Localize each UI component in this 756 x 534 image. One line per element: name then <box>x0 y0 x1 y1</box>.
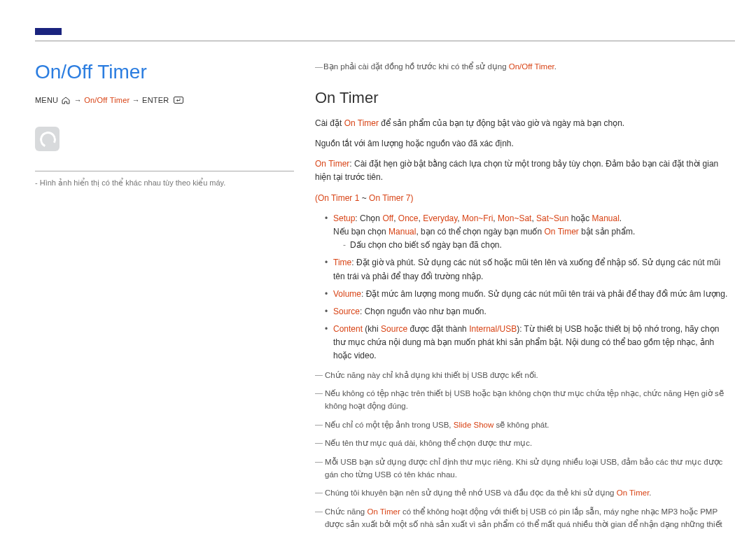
option-time: Time: Đặt giờ và phút. Sử dụng các nút s… <box>325 256 728 283</box>
opt: Internal/USB <box>469 324 517 334</box>
option-volume: Volume: Đặt mức âm lượng mong muốn. Sử d… <box>325 288 728 301</box>
text: : Chọn nguồn vào như bạn muốn. <box>360 307 486 316</box>
opt: Source <box>381 324 407 334</box>
text: : Cài đặt hẹn giờ bật bằng cách lựa chọn… <box>315 159 718 182</box>
text: : Chọn <box>355 213 382 223</box>
note-single-image: Nếu chỉ có một tệp ảnh trong USB, Slide … <box>315 419 728 431</box>
on-timer-range: (On Timer 1 ~ On Timer 7) <box>315 192 728 205</box>
menu-path: MENU → On/Off Timer → ENTER <box>35 96 294 106</box>
opt-label: Content <box>333 324 363 334</box>
opt: Mon~Fri <box>462 213 493 223</box>
clock-prerequisite-note: Bạn phải cài đặt đồng hồ trước khi có th… <box>315 61 728 73</box>
opt-label: Time <box>333 258 351 267</box>
note-multi-usb: Mỗi USB bạn sử dụng được chỉ định thư mụ… <box>315 456 728 482</box>
opt: Manual <box>388 227 416 237</box>
top-divider <box>35 41 735 41</box>
left-column: On/Off Timer MENU → On/Off Timer → ENTER… <box>35 61 294 534</box>
text-red: On Timer <box>315 159 349 169</box>
text: Nếu bạn chọn <box>333 227 388 237</box>
svg-rect-0 <box>174 97 183 104</box>
opt-label: Setup <box>333 213 355 223</box>
note-text: Bạn phải cài đặt đồng hồ trước khi có th… <box>323 62 509 71</box>
note-usb-required: Chức năng này chỉ khả dụng khi thiết bị … <box>315 369 728 381</box>
sub-list: Dấu chọn cho biết số ngày bạn đã chọn. <box>333 239 728 252</box>
note-battery-usb: Chức năng On Timer có thể không hoạt độn… <box>315 505 728 534</box>
text-red: On Timer <box>344 118 379 128</box>
opt: Mon~Sat <box>498 213 531 223</box>
image-disclaimer: - Hình ảnh hiển thị có thể khác nhau tùy… <box>35 178 294 188</box>
text: bật sản phẩm. <box>579 227 635 237</box>
notes-list: Chức năng này chỉ khả dụng khi thiết bị … <box>315 369 728 534</box>
text: Chức năng <box>325 507 367 516</box>
text: . <box>620 213 622 223</box>
opt-label: Source <box>333 307 360 316</box>
text: , bạn có thể chọn ngày bạn muốn <box>416 227 544 237</box>
opt: Off <box>382 213 393 223</box>
sub-item: Dấu chọn cho biết số ngày bạn đã chọn. <box>343 239 728 252</box>
section-heading-on-timer: On Timer <box>315 89 728 107</box>
text-red: On Timer <box>617 489 650 497</box>
text: (khi <box>363 324 381 334</box>
menu-label: MENU <box>35 96 58 104</box>
opt: Manual <box>592 213 619 223</box>
text: Chúng tôi khuyên bạn nên sử dụng thẻ nhớ… <box>325 489 617 497</box>
page-content: On/Off Timer MENU → On/Off Timer → ENTER… <box>35 61 735 534</box>
arrow-icon: → <box>132 96 140 104</box>
left-divider <box>35 171 294 171</box>
text: để sản phẩm của bạn tự động bật vào giờ … <box>379 118 624 128</box>
opt: Everyday <box>423 213 457 223</box>
opt: On Timer <box>545 227 579 237</box>
text: sẽ không phát. <box>493 421 549 429</box>
right-column: Bạn phải cài đặt đồng hồ trước khi có th… <box>315 61 735 534</box>
opt-label: Volume <box>333 289 361 299</box>
chapter-marker <box>35 28 62 35</box>
note-tail: . <box>554 62 556 71</box>
option-list: Setup: Chọn Off, Once, Everyday, Mon~Fri… <box>315 212 728 363</box>
feature-icon <box>35 127 59 151</box>
text: . <box>649 489 651 497</box>
note-long-folder: Nếu tên thư mục quá dài, không thể chọn … <box>315 437 728 449</box>
arrow-icon: → <box>74 96 82 104</box>
opt: Once <box>398 213 419 223</box>
note-no-music: Nếu không có tệp nhạc trên thiết bị USB … <box>315 387 728 413</box>
option-content: Content (khi Source được đặt thành Inter… <box>325 323 728 363</box>
home-icon <box>62 97 70 106</box>
enter-icon <box>174 97 183 105</box>
opt: Sat~Sun <box>536 213 568 223</box>
path-segment: On/Off Timer <box>84 96 130 104</box>
note-recommend-reader: Chúng tôi khuyên bạn nên sử dụng thẻ nhớ… <box>315 486 728 499</box>
enter-label: ENTER <box>142 96 169 104</box>
text: hoặc <box>568 213 592 223</box>
range-sep: ~ <box>359 193 369 203</box>
text-red: On Timer <box>367 507 400 516</box>
option-source: Source: Chọn nguồn vào như bạn muốn. <box>325 305 728 318</box>
range-end: On Timer 7) <box>369 193 413 203</box>
on-timer-desc3: On Timer: Cài đặt hẹn giờ bật bằng cách … <box>315 157 728 184</box>
text-red: Slide Show <box>454 421 494 429</box>
note-feature: On/Off Timer <box>509 62 554 71</box>
sep: , <box>393 213 398 223</box>
text: Cài đặt <box>315 118 344 128</box>
text: : Đặt giờ và phút. Sử dụng các nút số ho… <box>333 258 720 281</box>
text: được đặt thành <box>407 324 469 334</box>
range-start: (On Timer 1 <box>315 193 359 203</box>
on-timer-desc1: Cài đặt On Timer để sản phẩm của bạn tự … <box>315 117 728 130</box>
sep: , <box>457 213 462 223</box>
on-timer-desc2: Nguồn tắt với âm lượng hoặc nguồn vào đã… <box>315 137 728 150</box>
page-title: On/Off Timer <box>35 61 294 83</box>
text: Nếu chỉ có một tệp ảnh trong USB, <box>325 421 454 429</box>
text: : Đặt mức âm lượng mong muốn. Sử dụng cá… <box>361 289 727 299</box>
option-setup: Setup: Chọn Off, Once, Everyday, Mon~Fri… <box>325 212 728 253</box>
